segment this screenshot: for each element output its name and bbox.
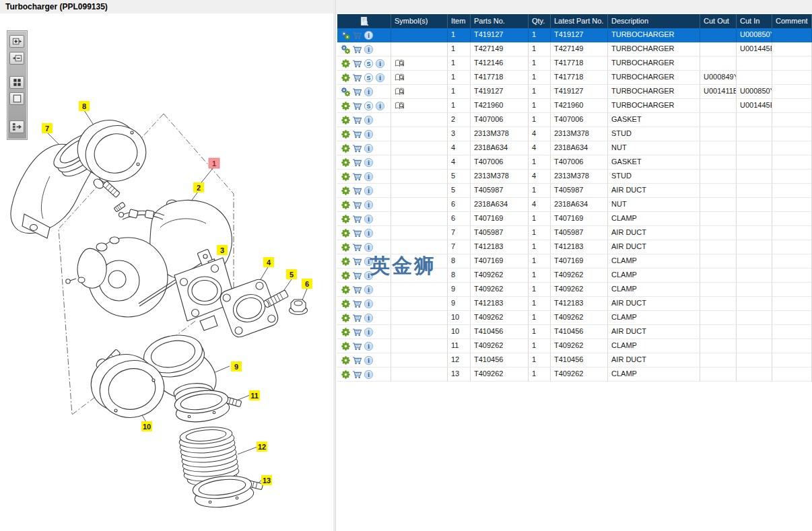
gear-icon[interactable] (341, 355, 351, 365)
cart-icon[interactable] (352, 200, 362, 210)
cart-icon[interactable] (352, 228, 362, 238)
info-icon[interactable] (364, 200, 374, 210)
supersession-icon[interactable] (364, 101, 374, 111)
gear-icon[interactable] (341, 73, 351, 83)
gear-icon[interactable] (341, 313, 351, 323)
catalog-book-icon[interactable] (395, 101, 405, 111)
info-icon[interactable] (364, 271, 374, 281)
gear-icon[interactable] (341, 369, 351, 380)
gear-icon[interactable] (341, 115, 351, 125)
info-icon[interactable] (364, 44, 374, 55)
info-icon[interactable] (364, 30, 374, 40)
cart-icon[interactable] (352, 369, 362, 380)
callout-8[interactable]: 8 (79, 101, 90, 111)
table-row[interactable]: 10T4092621T409262CLAMP (337, 311, 812, 325)
info-icon[interactable] (364, 129, 374, 139)
info-icon[interactable] (364, 355, 374, 365)
info-icon[interactable] (364, 285, 374, 295)
gear-icon[interactable] (341, 271, 351, 281)
part-turbocharger-body[interactable] (66, 200, 236, 330)
info-icon[interactable] (364, 157, 374, 168)
info-icon[interactable] (375, 101, 385, 111)
callout-7[interactable]: 7 (42, 123, 53, 133)
table-row[interactable]: 11T4092621T409262CLAMP (337, 339, 812, 353)
supersession-icon[interactable] (364, 59, 374, 69)
column-header-latest[interactable]: Latest Part No. (551, 14, 608, 28)
cart-icon[interactable] (352, 271, 362, 281)
callout-5[interactable]: 5 (286, 269, 297, 279)
toggle-panel-button[interactable] (9, 120, 24, 133)
tile-view-button[interactable] (9, 76, 24, 89)
gear-icon[interactable] (341, 256, 351, 267)
gears-icon[interactable] (341, 87, 351, 97)
callout-12[interactable]: 12 (257, 441, 267, 452)
cart-icon[interactable] (352, 30, 362, 40)
callout-4[interactable]: 4 (263, 257, 274, 267)
callout-10[interactable]: 10 (141, 421, 152, 431)
table-row[interactable]: 12T4104561T410456AIR DUCT (337, 353, 812, 367)
table-row[interactable]: 7T4121831T412183AIR DUCT (337, 240, 812, 254)
callout-13[interactable]: 13 (261, 475, 272, 485)
info-icon[interactable] (364, 341, 374, 351)
column-header-item[interactable]: Item (448, 14, 471, 28)
cart-icon[interactable] (352, 327, 362, 337)
gear-icon[interactable] (341, 299, 351, 309)
cart-icon[interactable] (352, 299, 362, 309)
column-header-comment[interactable]: Comment (772, 14, 812, 28)
cart-icon[interactable] (352, 214, 362, 224)
catalog-book-icon[interactable] (395, 73, 405, 83)
zoom-out-button[interactable] (9, 52, 24, 65)
info-icon[interactable] (364, 256, 374, 267)
cart-icon[interactable] (352, 285, 362, 295)
part-nut-6[interactable] (290, 299, 308, 315)
table-row[interactable]: 5T4059871T405987AIR DUCT (337, 184, 812, 198)
info-icon[interactable] (364, 228, 374, 238)
cart-icon[interactable] (352, 87, 362, 97)
info-icon[interactable] (364, 214, 374, 224)
catalog-book-icon[interactable] (395, 87, 405, 97)
cart-icon[interactable] (352, 115, 362, 125)
table-row[interactable]: 32313M37842313M378STUD (337, 127, 812, 141)
info-icon[interactable] (364, 313, 374, 323)
info-icon[interactable] (364, 172, 374, 182)
info-icon[interactable] (364, 186, 374, 196)
table-row[interactable]: 2T4070061T407006GASKET (337, 113, 812, 127)
table-row[interactable]: 1T4191271T419127TURBOCHARGERU000850Y (337, 28, 812, 42)
cart-icon[interactable] (352, 341, 362, 351)
callout-6[interactable]: 6 (302, 279, 312, 289)
callout-1[interactable]: 1 (209, 158, 219, 168)
gear-icon[interactable] (341, 157, 351, 168)
column-header-cut_in[interactable]: Cut In (737, 14, 772, 28)
table-row[interactable]: 13T4092621T409262CLAMP (337, 367, 812, 382)
catalog-book-icon[interactable] (395, 59, 405, 69)
info-icon[interactable] (364, 369, 374, 380)
column-header-symbol[interactable]: Symbol(s) (391, 14, 448, 28)
cart-icon[interactable] (352, 129, 362, 139)
gears-icon[interactable] (341, 44, 351, 55)
gear-icon[interactable] (341, 143, 351, 153)
callout-9[interactable]: 9 (231, 361, 242, 371)
cart-icon[interactable] (352, 143, 362, 153)
panel-splitter[interactable] (333, 0, 336, 531)
gear-icon[interactable] (341, 214, 351, 224)
table-row[interactable]: 8T4092621T409262CLAMP (337, 269, 812, 283)
zoom-in-button[interactable] (9, 35, 24, 48)
info-icon[interactable] (375, 73, 385, 83)
cart-icon[interactable] (352, 242, 362, 252)
cart-icon[interactable] (352, 172, 362, 182)
table-row[interactable]: 62318A63442318A634NUT (337, 198, 812, 212)
table-row[interactable]: 8T4071691T407169CLAMP (337, 254, 812, 269)
column-header-actions[interactable] (337, 14, 391, 28)
gear-icon[interactable] (341, 186, 351, 196)
cart-icon[interactable] (352, 157, 362, 168)
table-row[interactable]: 52313M37842313M378STUD (337, 170, 812, 184)
gear-icon[interactable] (341, 200, 351, 210)
callout-3[interactable]: 3 (217, 245, 228, 255)
table-row[interactable]: 7T4059871T405987AIR DUCT (337, 226, 812, 240)
cart-icon[interactable] (352, 186, 362, 196)
cart-icon[interactable] (352, 101, 362, 111)
info-icon[interactable] (364, 115, 374, 125)
cart-icon[interactable] (352, 73, 362, 83)
table-row[interactable]: 1T4219601T421960TURBOCHARGERU001445E (337, 99, 812, 113)
table-row[interactable]: 1T4121461T417718TURBOCHARGER (337, 57, 812, 71)
